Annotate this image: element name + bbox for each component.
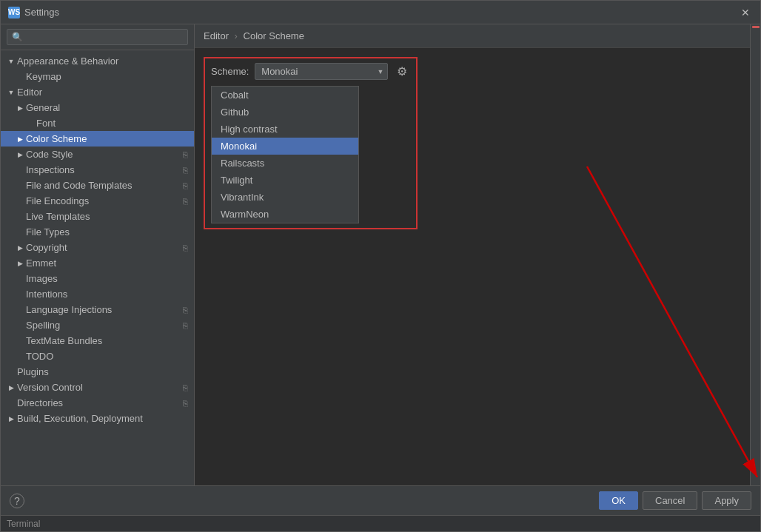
search-box[interactable] (1, 24, 194, 50)
sidebar-item-intentions[interactable]: Intentions (1, 286, 194, 302)
sidebar-item-build[interactable]: ▶ Build, Execution, Deployment (1, 411, 194, 426)
sidebar-item-keymap[interactable]: Keymap (1, 69, 194, 84)
spacer (16, 337, 24, 346)
chevron-down-icon: ▼ (7, 88, 16, 97)
dropdown-item-railscasts[interactable]: Railscasts (212, 155, 358, 172)
sidebar-item-todo[interactable]: TODO (1, 349, 194, 364)
spacer (16, 181, 24, 190)
sidebar-item-spelling[interactable]: Spelling ⎘ (1, 317, 194, 333)
sidebar-item-code-style[interactable]: ▶ Code Style ⎘ (1, 147, 194, 162)
spacer (16, 228, 24, 237)
sidebar-item-label: Intentions (26, 289, 67, 300)
gear-button[interactable]: ⚙ (394, 63, 410, 80)
sidebar-item-label: Code Style (26, 149, 73, 160)
cancel-button[interactable]: Cancel (643, 491, 697, 510)
dropdown-item-vibrantink[interactable]: VibrantInk (212, 189, 358, 206)
app-icon: WS (8, 7, 20, 18)
annotation-arrow (380, 92, 760, 485)
spacer (7, 368, 16, 377)
copy-icon: ⎘ (183, 197, 188, 206)
sidebar-item-label: TextMate Bundles (26, 335, 102, 346)
sidebar-item-language-injections[interactable]: Language Injections ⎘ (1, 302, 194, 317)
terminal-bar: Terminal (1, 515, 760, 531)
sidebar-item-label: Appearance & Behavior (17, 55, 118, 67)
chevron-right-icon: ▶ (7, 383, 16, 392)
dropdown-item-twilight[interactable]: Twilight (212, 172, 358, 189)
svg-line-1 (587, 166, 757, 477)
spacer (26, 119, 35, 128)
sidebar-item-textmate-bundles[interactable]: TextMate Bundles (1, 333, 194, 349)
breadcrumb-part2: Color Scheme (244, 30, 304, 41)
dropdown-item-high-contrast[interactable]: High contrast (212, 121, 358, 138)
sidebar-item-emmet[interactable]: ▶ Emmet (1, 255, 194, 271)
sidebar-item-file-encodings[interactable]: File Encodings ⎘ (1, 193, 194, 209)
side-indicator (752, 26, 760, 28)
close-button[interactable]: ✕ (738, 5, 753, 20)
bottom-bar: ? OK Cancel Apply (1, 485, 760, 515)
sidebar-item-label: Plugins (17, 366, 49, 377)
dropdown-item-cobalt[interactable]: Cobalt (212, 87, 358, 104)
sidebar-item-label: Inspections (26, 164, 75, 175)
sidebar-item-label: Emmet (26, 257, 56, 269)
sidebar-item-label: Build, Execution, Deployment (17, 413, 143, 424)
sidebar-item-copyright[interactable]: ▶ Copyright ⎘ (1, 240, 194, 255)
spacer (16, 321, 24, 330)
scheme-dropdown[interactable]: Cobalt Github High contrast Monokai Rail… (255, 63, 388, 80)
sidebar-item-general[interactable]: ▶ General (1, 100, 194, 115)
sidebar-item-version-control[interactable]: ▶ Version Control ⎘ (1, 380, 194, 395)
sidebar-item-label: Keymap (26, 71, 61, 82)
sidebar-item-label: Live Templates (26, 211, 90, 222)
sidebar-item-font[interactable]: Font (1, 115, 194, 131)
spacer (7, 399, 16, 408)
sidebar: ▼ Appearance & Behavior Keymap ▼ Editor … (1, 24, 195, 485)
spacer (16, 73, 24, 81)
sidebar-item-file-code-templates[interactable]: File and Code Templates ⎘ (1, 178, 194, 193)
sidebar-item-label: File Types (26, 226, 70, 238)
ok-button[interactable]: OK (599, 491, 638, 510)
window-title: Settings (24, 7, 59, 18)
sidebar-item-plugins[interactable]: Plugins (1, 364, 194, 380)
spacer (16, 306, 24, 314)
breadcrumb: Editor › Color Scheme (195, 24, 760, 48)
copy-icon: ⎘ (183, 321, 188, 330)
sidebar-tree: ▼ Appearance & Behavior Keymap ▼ Editor … (1, 50, 194, 485)
chevron-right-icon: ▶ (16, 243, 24, 252)
sidebar-item-appearance[interactable]: ▼ Appearance & Behavior (1, 53, 194, 69)
settings-window: WS Settings ✕ ▼ Appearance & Behavior Ke… (0, 0, 761, 532)
copy-icon: ⎘ (183, 306, 188, 314)
sidebar-item-label: Spelling (26, 320, 60, 331)
spacer (16, 290, 24, 299)
spacer (16, 212, 24, 221)
sidebar-item-live-templates[interactable]: Live Templates (1, 209, 194, 224)
dropdown-item-warmneon[interactable]: WarmNeon (212, 206, 358, 223)
sidebar-item-label: Version Control (17, 382, 83, 393)
dropdown-item-monokai[interactable]: Monokai (212, 138, 358, 155)
copy-icon: ⎘ (183, 399, 188, 408)
sidebar-item-directories[interactable]: Directories ⎘ (1, 395, 194, 411)
scheme-label: Scheme: (211, 66, 249, 77)
sidebar-item-label: Language Injections (26, 304, 112, 315)
spacer (16, 166, 24, 175)
sidebar-item-color-scheme[interactable]: ▶ Color Scheme (1, 131, 194, 147)
search-input[interactable] (7, 29, 188, 45)
sidebar-item-file-types[interactable]: File Types (1, 224, 194, 240)
sidebar-item-images[interactable]: Images (1, 271, 194, 286)
sidebar-item-label: Font (36, 118, 56, 129)
scheme-section: Scheme: Cobalt Github High contrast Mono… (204, 57, 418, 229)
help-button[interactable]: ? (10, 494, 24, 508)
chevron-right-icon: ▶ (16, 135, 24, 144)
sidebar-item-label: TODO (26, 351, 53, 362)
spacer (16, 275, 24, 283)
apply-button[interactable]: Apply (702, 491, 751, 510)
copy-icon: ⎘ (183, 150, 188, 159)
dropdown-list: Cobalt Github High contrast Monokai Rail… (211, 86, 359, 223)
sidebar-item-inspections[interactable]: Inspections ⎘ (1, 162, 194, 178)
title-bar: WS Settings ✕ (1, 1, 760, 24)
sidebar-item-editor[interactable]: ▼ Editor (1, 84, 194, 100)
copy-icon: ⎘ (183, 181, 188, 190)
chevron-right-icon: ▶ (16, 259, 24, 268)
scheme-select-wrapper[interactable]: Cobalt Github High contrast Monokai Rail… (255, 63, 388, 80)
dropdown-item-github[interactable]: Github (212, 104, 358, 121)
copy-icon: ⎘ (183, 383, 188, 392)
chevron-right-icon: ▶ (16, 104, 24, 112)
